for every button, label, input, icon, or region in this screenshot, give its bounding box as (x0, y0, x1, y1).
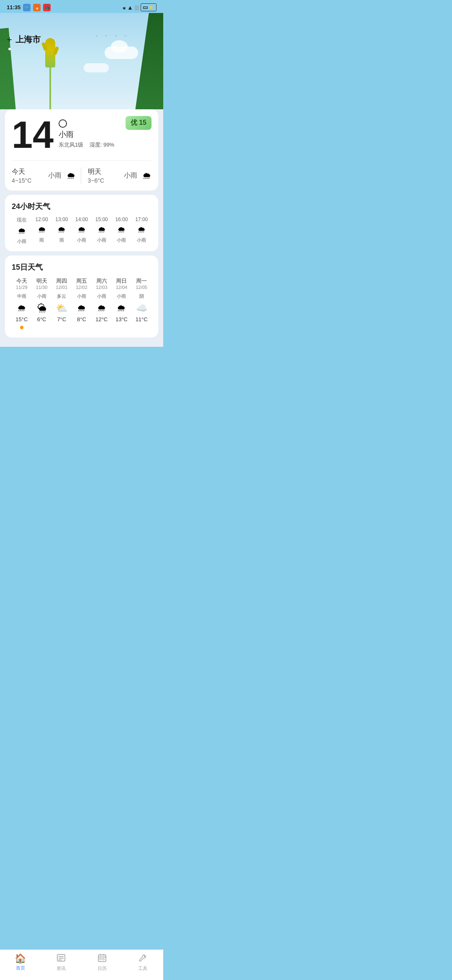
hourly-weather-icon: 🌧 (38, 225, 46, 235)
tomorrow-info: 明天 3~6°C (88, 168, 104, 184)
tomorrow-weather-icon: 🌧 (142, 170, 152, 181)
app-icon-3: 📺 (43, 4, 51, 11)
daily-temp-cell: 6°C (32, 316, 52, 322)
hourly-weather-icon: 🌧 (137, 225, 146, 235)
daily-header-cell: 周日12/04 (112, 277, 132, 290)
birds-decoration: ~ ~ ~ ~ (96, 34, 130, 38)
tomorrow-range: 3~6°C (88, 177, 104, 184)
hourly-item: 现在 🌧 小雨 (12, 217, 32, 245)
daily-title: 15日天气 (12, 262, 152, 272)
daily-header-cell: 周四12/01 (51, 277, 72, 290)
daily-icon-cell: 🌧 (12, 303, 32, 314)
aqi-badge: 优 15 (126, 116, 152, 130)
battery-icon: ▭⚡ (141, 3, 157, 11)
weather-description: 小雨 (59, 129, 121, 139)
add-city-button[interactable]: + (7, 34, 12, 45)
city-header[interactable]: + 上海市 (7, 34, 41, 45)
daily-dot-row (12, 324, 152, 331)
bluetooth-icon: ⁎ (123, 4, 126, 11)
tomorrow-weather-right: 小雨 🌧 (124, 170, 152, 181)
hourly-item: 16:00 🌧 小雨 (112, 217, 132, 245)
daily-temp-cell: 11°C (131, 316, 152, 322)
today-weather-icon: 🌧 (67, 170, 76, 181)
today-range: 4~15°C (12, 177, 31, 184)
hourly-item: 13:00 🌧 雨 (51, 217, 72, 245)
hourly-desc: 小雨 (117, 237, 126, 243)
status-time: 11:35 (7, 4, 21, 10)
daily-desc-cell: 小雨 (112, 293, 132, 299)
daily-header-cell: 周五12/02 (72, 277, 92, 290)
hourly-time: 12:00 (36, 217, 48, 222)
hourly-weather-icon: 🌧 (57, 225, 66, 235)
temperature-value: 14 (12, 116, 54, 154)
hourly-item: 17:00 🌧 小雨 (131, 217, 152, 245)
current-weather-row: 14 小雨 东北风1级 湿度: 99% 优 15 (12, 116, 152, 154)
daily-temp-cell: 13°C (112, 316, 132, 322)
daily-dot-cell (92, 324, 112, 331)
aqi-value: 15 (139, 119, 146, 126)
status-bar: 11:35 🐦 🔥 📺 ⁎ ▲ ||| ▭⚡ (0, 0, 163, 13)
cloud-decoration-1 (105, 46, 138, 59)
hourly-desc: 小雨 (137, 237, 146, 243)
weather-details: 小雨 东北风1级 湿度: 99% (59, 116, 121, 149)
hourly-time: 15:00 (95, 217, 108, 222)
daily-temp-cell: 8°C (72, 316, 92, 322)
daily-icon-cell: 🌧 (112, 303, 132, 314)
hourly-item: 12:00 🌧 雨 (32, 217, 52, 245)
daily-forecast-card: 15日天气 今天11/29明天11/30周四12/01周五12/02周六12/0… (5, 255, 158, 338)
daily-dot-cell (112, 324, 132, 331)
hourly-time: 现在 (17, 217, 27, 224)
hourly-weather-icon: 🌧 (117, 225, 126, 235)
current-weather-card: 14 小雨 东北风1级 湿度: 99% 优 15 今天 4~15°C (5, 109, 158, 191)
cloud-decoration-2 (84, 63, 109, 72)
app-icon-1: 🐦 (23, 4, 31, 11)
daily-icon-cell: ☁️ (131, 303, 152, 314)
daily-header-cell: 周六12/03 (92, 277, 112, 290)
daily-desc-cell: 多云 (51, 293, 72, 299)
daily-desc-cell: 中雨 (12, 293, 32, 299)
today-indicator-dot (20, 326, 23, 329)
signal-icon: ||| (135, 5, 139, 10)
daily-desc-cell: 小雨 (32, 293, 52, 299)
hourly-weather-icon: 🌧 (77, 225, 86, 235)
tomorrow-label: 明天 (88, 168, 104, 176)
today-type: 小雨 (48, 171, 62, 180)
daily-desc-cell: 小雨 (92, 293, 112, 299)
tomorrow-forecast: 明天 3~6°C 小雨 🌧 (81, 168, 152, 184)
temperature-display: 14 (12, 116, 54, 154)
daily-icon-row: 🌧🌦⛅🌧🌧🌧☁️ (12, 303, 152, 314)
status-right: ⁎ ▲ ||| ▭⚡ (123, 3, 157, 11)
hourly-list: 现在 🌧 小雨 12:00 🌧 雨 13:00 🌧 雨 14:00 🌧 小雨 1… (12, 217, 152, 245)
hourly-desc: 小雨 (77, 237, 86, 243)
humidity-info: 湿度: 99% (90, 142, 114, 148)
hourly-item: 15:00 🌧 小雨 (92, 217, 112, 245)
hourly-weather-icon: 🌧 (98, 225, 106, 235)
daily-icon-cell: ⛅ (51, 303, 72, 314)
hero-background: ~ ~ ~ ~ + 上海市 (0, 13, 163, 122)
daily-temp-cell: 15°C (12, 316, 32, 322)
city-name: 上海市 (15, 34, 41, 45)
daily-icon-cell: 🌧 (72, 303, 92, 314)
today-weather-right: 小雨 🌧 (48, 170, 76, 181)
hourly-desc: 雨 (59, 237, 64, 243)
daily-header-cell: 周一12/05 (131, 277, 152, 290)
hourly-desc: 雨 (39, 237, 44, 243)
hourly-desc: 小雨 (97, 237, 106, 243)
daily-icon-cell: 🌦 (32, 303, 52, 314)
hourly-forecast-card: 24小时天气 现在 🌧 小雨 12:00 🌧 雨 13:00 🌧 雨 14:00… (5, 195, 158, 251)
daily-header-cell: 明天11/30 (32, 277, 52, 290)
wifi-icon: ▲ (127, 4, 133, 11)
daily-temp-cell: 7°C (51, 316, 72, 322)
app-icon-2: 🔥 (33, 4, 41, 11)
content-area: 14 小雨 东北风1级 湿度: 99% 优 15 今天 4~15°C (0, 109, 163, 347)
daily-desc-cell: 小雨 (72, 293, 92, 299)
wind-humidity: 东北风1级 湿度: 99% (59, 141, 121, 149)
city-indicator-dot (8, 48, 11, 50)
hourly-desc: 小雨 (17, 238, 26, 245)
weather-circle-icon (59, 119, 67, 128)
daily-dot-cell (131, 324, 152, 331)
hourly-time: 13:00 (55, 217, 68, 222)
hourly-time: 17:00 (135, 217, 148, 222)
today-forecast: 今天 4~15°C 小雨 🌧 (12, 168, 81, 184)
hourly-time: 14:00 (75, 217, 88, 222)
